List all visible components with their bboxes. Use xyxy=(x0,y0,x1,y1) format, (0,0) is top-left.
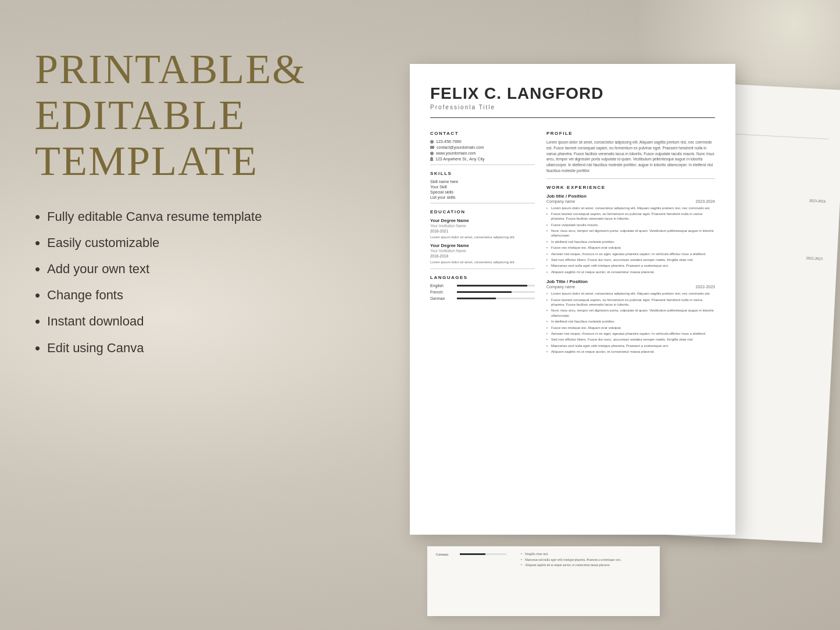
profile-text: Lorem ipsum dolor sit amet, consectetur … xyxy=(546,139,715,174)
job1-bullet-4: Nunc risus arcu, tempor vel dignissim po… xyxy=(546,228,715,238)
features-list: Fully editable Canva resume template Eas… xyxy=(35,208,296,357)
job2-bullet-6: Aenean nisi neque, rhoncus in ex eget, e… xyxy=(546,331,715,336)
job-company-1: Company name xyxy=(546,199,575,203)
edu-institution-2: Your Institution Name xyxy=(430,249,535,253)
feature-text-6: Edit using Canva xyxy=(47,339,144,357)
contact-section-title: CONTACT xyxy=(430,131,535,136)
lang-english-fill xyxy=(457,285,527,287)
edu-degree-1: Your Degree Name xyxy=(430,218,535,223)
edu-desc-2: Lorem ipsum dolor sit amet, consectetur … xyxy=(430,260,535,264)
job2-bullet-5: Fusce nec tristique est. Aliquam erat vo… xyxy=(546,325,715,330)
skill-1: Skill name here xyxy=(430,180,535,184)
skill-3: Special skills xyxy=(430,190,535,194)
job1-bullet-3: Fusce vulputate iaculis mauris. xyxy=(546,223,715,227)
job1-bullet-2: Fusce laoreet consequat sapien, eu ferme… xyxy=(546,212,715,221)
contact-phone: 123-456-7890 xyxy=(430,139,535,144)
bottom-left: German xyxy=(436,552,512,569)
left-panel: PRINTABLE& EDITABLE TEMPLATE Fully edita… xyxy=(35,46,296,366)
skill-4: List your skills xyxy=(430,195,535,199)
resume-bottom-page: German fringilla vitae nisl. Maecenas se… xyxy=(427,546,660,616)
languages-section-title: LANGUAGES xyxy=(430,275,535,280)
main-title: PRINTABLE& EDITABLE TEMPLATE xyxy=(35,46,296,185)
job1-bullet-5: In eleifend nisl faucibus molestie portt… xyxy=(546,239,715,244)
feature-item-3: Add your own text xyxy=(35,260,296,278)
feature-item-6: Edit using Canva xyxy=(35,339,296,357)
feature-text-3: Add your own text xyxy=(47,260,149,278)
feature-item-1: Fully editable Canva resume template xyxy=(35,208,296,226)
lang-english: English xyxy=(430,284,535,288)
job-2-company-row: Company name 2022-2023 xyxy=(546,285,715,289)
lang-german: German xyxy=(430,296,535,300)
bottom-lang-german: German xyxy=(436,552,512,556)
lang-german-bar xyxy=(457,298,535,299)
edu-years-1: 2016-2021 xyxy=(430,229,535,233)
documents-area: ectetur adipiscing elit. Aliquam sagitti… xyxy=(392,23,828,604)
profile-section-title: PROFILE xyxy=(546,131,715,136)
phone-icon xyxy=(430,140,434,144)
bottom-bullets-list: fringilla vitae nisl. Maecenas sed nulla… xyxy=(520,552,651,568)
lang-english-label: English xyxy=(430,284,453,288)
lang-german-fill xyxy=(457,298,496,299)
feature-item-2: Easily customizable xyxy=(35,234,296,252)
job1-bullet-6: Fusce nec tristique est. Aliquam erat vo… xyxy=(546,245,715,250)
lang-english-bar xyxy=(457,285,535,287)
lang-french: French xyxy=(430,290,535,294)
lang-french-label: French xyxy=(430,290,453,294)
feature-text-5: Instant download xyxy=(47,313,144,331)
bottom-german-bar xyxy=(460,553,506,555)
lang-french-fill xyxy=(457,291,512,293)
bottom-german-fill xyxy=(460,553,485,555)
contact-address: 123 Anywhere St., Any City xyxy=(430,157,535,161)
job2-bullet-1: Lorem ipsum dolor sit amet, consectetur … xyxy=(546,291,715,296)
bottom-content: German fringilla vitae nisl. Maecenas se… xyxy=(436,552,651,569)
contact-website: www.yourdomain.com xyxy=(430,151,535,155)
skill-2: Your Skill xyxy=(430,185,535,189)
feature-text-4: Change fonts xyxy=(47,287,123,305)
feature-item-5: Instant download xyxy=(35,313,296,331)
edu-desc-1: Lorem ipsum dolor sit amet, consectetur … xyxy=(430,235,535,239)
education-section-title: EDUCATION xyxy=(430,209,535,214)
job1-bullet-1: Lorem ipsum dolor sit amet, consectetur … xyxy=(546,206,715,210)
title-line-3: TEMPLATE xyxy=(35,138,258,184)
resume-professional-title: Professionla Title xyxy=(430,104,715,110)
job1-bullet-9: Maecenas sed nulla eget velit tristique … xyxy=(546,263,715,268)
title-line-1: PRINTABLE& xyxy=(35,46,306,92)
job-company-2: Company name xyxy=(546,285,575,289)
work-section-title: WORK EXPERIENCE xyxy=(546,185,715,190)
job2-bullet-2: Fusce laoreet consequat sapien, eu ferme… xyxy=(546,298,715,307)
lang-french-bar xyxy=(457,291,535,293)
job1-bullet-7: Aenean nisi neque, rhoncus in ex eget, e… xyxy=(546,252,715,256)
edu-institution-1: Your Institution Name xyxy=(430,224,535,228)
feature-text-1: Fully editable Canva resume template xyxy=(47,208,262,226)
location-icon xyxy=(430,157,433,161)
globe-icon xyxy=(430,152,434,155)
feature-text-2: Easily customizable xyxy=(47,234,159,252)
job2-bullet-7: Sed non efficitur libero. Fusce dui nunc… xyxy=(546,337,715,342)
job2-bullet-4: In eleifend nisl faucibus molestie portt… xyxy=(546,319,715,324)
resume-columns: CONTACT 123-456-7890 contact@yourdomain.… xyxy=(430,125,715,355)
job1-bullet-8: Sed non efficitur libero. Fusce dui nunc… xyxy=(546,257,715,262)
title-line-2: EDITABLE xyxy=(35,92,245,138)
bottom-bullet-2: Maecenas sed nulla eget velit tristique … xyxy=(525,558,651,563)
resume-right-col: PROFILE Lorem ipsum dolor sit amet, cons… xyxy=(546,125,715,355)
edu-years-2: 2016-2018 xyxy=(430,254,535,258)
resume-name: FELIX C. LANGFORD xyxy=(430,84,715,103)
resume-left-col: CONTACT 123-456-7890 contact@yourdomain.… xyxy=(430,125,535,355)
email-icon xyxy=(430,146,434,149)
job-title-2: Job Title / Position xyxy=(546,279,715,284)
bottom-bullet-1: fringilla vitae nisl. xyxy=(525,552,651,557)
contact-email: contact@yourdomain.com xyxy=(430,145,535,149)
resume-front-page: FELIX C. LANGFORD Professionla Title CON… xyxy=(410,64,735,535)
bottom-german-label: German xyxy=(436,552,456,556)
edu-degree-2: Your Degree Name xyxy=(430,243,535,248)
job-title-1: Job title / Position xyxy=(546,194,715,199)
job2-bullet-3: Nunc risus arcu, tempor vel dignissim po… xyxy=(546,308,715,318)
bottom-bullet-3: Aliquam sagittis mi ut neque auctor, et … xyxy=(525,563,651,568)
lang-german-label: German xyxy=(430,296,453,300)
job-years-1: 2023-2024 xyxy=(696,199,715,203)
job1-bullet-10: Aliquam sagittis mi ut neque auctor, et … xyxy=(546,270,715,274)
bottom-right: fringilla vitae nisl. Maecenas sed nulla… xyxy=(520,552,651,569)
feature-item-4: Change fonts xyxy=(35,287,296,305)
skills-section-title: SKILLS xyxy=(430,171,535,176)
job-1-company-row: Company name 2023-2024 xyxy=(546,199,715,203)
